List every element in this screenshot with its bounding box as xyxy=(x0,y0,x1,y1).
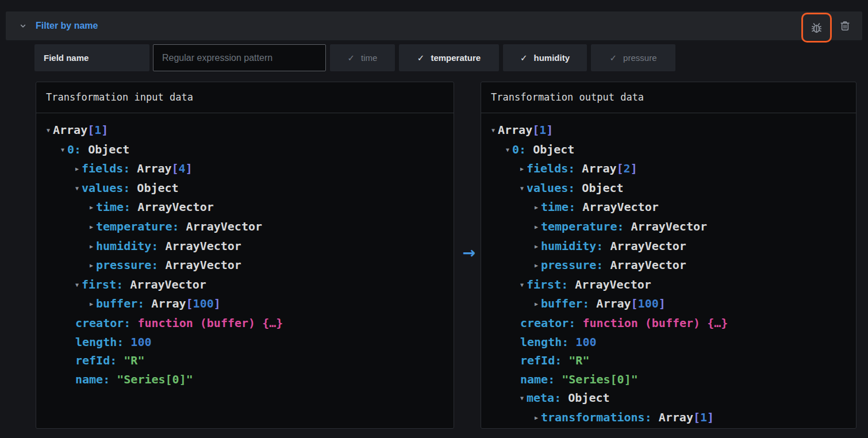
json-token-ctor: ArrayVector xyxy=(631,220,707,233)
json-token-bracket: [ xyxy=(172,162,179,175)
json-token-ctor: Object xyxy=(533,143,574,156)
collapse-toggler-icon[interactable]: ▼ xyxy=(506,141,512,160)
output-panel-title: Transformation output data xyxy=(481,82,856,113)
json-token-ctor: Array xyxy=(659,410,693,424)
collapse-toggler-icon[interactable]: ▼ xyxy=(520,276,527,295)
expand-toggler-icon[interactable]: ▶ xyxy=(535,409,541,428)
json-token-key: 0 xyxy=(67,143,74,156)
tree-row: creator: function (buffer) {…} xyxy=(36,314,454,333)
expand-toggler-icon[interactable]: ▶ xyxy=(90,256,96,275)
json-token-colon: : xyxy=(554,391,568,405)
json-token-colon: : xyxy=(555,354,569,367)
toggle-label: temperature xyxy=(431,53,481,63)
json-token-colon: : xyxy=(519,143,533,156)
tree-row: ▶humidity: ArrayVector xyxy=(481,237,856,256)
debug-bug-button[interactable] xyxy=(810,21,823,34)
tree-row: refId: "R" xyxy=(481,351,856,370)
json-token-num: 100 xyxy=(130,335,151,349)
json-token-num: 100 xyxy=(638,297,659,310)
chevron-down-icon[interactable] xyxy=(15,11,31,40)
collapse-toggler-icon[interactable]: ▼ xyxy=(61,141,67,160)
field-toggle-pressure[interactable]: ✓ pressure xyxy=(591,44,675,71)
json-token-colon: : xyxy=(645,410,659,424)
tree-row: length: 100 xyxy=(36,333,454,352)
transformation-name-title[interactable]: Filter by name xyxy=(36,11,98,40)
json-token-ctor: ArrayVector xyxy=(165,258,241,272)
field-toggle-time[interactable]: ✓ time xyxy=(330,44,395,71)
check-icon: ✓ xyxy=(417,53,425,63)
field-name-label-text: Field name xyxy=(44,53,89,63)
expand-toggler-icon[interactable]: ▶ xyxy=(90,218,96,237)
collapse-toggler-icon[interactable]: ▼ xyxy=(75,276,82,295)
json-token-key: name xyxy=(520,372,548,386)
expand-toggler-icon[interactable]: ▶ xyxy=(90,295,96,314)
json-token-key: name xyxy=(75,372,103,386)
field-toggle-temperature[interactable]: ✓ temperature xyxy=(399,44,499,71)
json-token-colon: : xyxy=(617,220,631,233)
expand-toggler-icon[interactable]: ▶ xyxy=(520,160,527,179)
tree-row: ▶transformations: Array[1] xyxy=(481,408,856,428)
json-token-ctor: Object xyxy=(137,181,178,195)
collapse-toggler-icon[interactable]: ▼ xyxy=(491,121,498,140)
expand-toggler-icon[interactable]: ▶ xyxy=(535,256,541,275)
tree-row: ▶pressure: ArrayVector xyxy=(36,256,454,275)
regex-pattern-input[interactable] xyxy=(153,44,326,71)
json-token-colon: : xyxy=(137,297,151,310)
json-token-key: pressure xyxy=(541,258,596,272)
json-token-colon: : xyxy=(123,162,137,175)
json-token-colon: : xyxy=(582,297,596,310)
json-token-key: temperature xyxy=(96,220,172,233)
filter-by-name-header[interactable]: Filter by name xyxy=(6,11,862,40)
tree-row: ▼Array[1] xyxy=(481,121,856,140)
tree-row: ▼values: Object xyxy=(481,179,856,198)
expand-toggler-icon[interactable]: ▶ xyxy=(535,237,541,256)
toggle-label: pressure xyxy=(623,53,656,63)
json-token-num: 1 xyxy=(94,123,101,137)
output-json-tree: ▼Array[1]▼0: Object▶fields: Array[2]▼val… xyxy=(481,113,856,428)
json-token-fn: function (buffer) {…} xyxy=(137,316,283,330)
trash-icon xyxy=(839,20,851,32)
transform-arrow-icon: → xyxy=(458,241,480,263)
output-data-panel: Transformation output data ▼Array[1]▼0: … xyxy=(481,82,857,429)
json-token-key: refId xyxy=(75,354,110,367)
bug-icon xyxy=(810,21,823,34)
json-token-ctor: ArrayVector xyxy=(137,200,213,214)
delete-transformation-button[interactable] xyxy=(832,11,858,40)
json-token-key: length xyxy=(75,335,117,349)
json-token-num: 4 xyxy=(179,162,186,175)
tree-row: ▶buffer: Array[100] xyxy=(481,294,856,314)
collapse-toggler-icon[interactable]: ▼ xyxy=(520,389,527,408)
json-token-key: creator xyxy=(520,316,569,330)
json-token-colon: : xyxy=(596,239,610,253)
tree-row: ▼0: Object xyxy=(481,140,856,160)
tree-row: ▶pressure: ArrayVector xyxy=(481,256,856,275)
json-token-key: temperature xyxy=(541,220,617,233)
input-panel-title: Transformation input data xyxy=(36,82,454,113)
json-token-colon: : xyxy=(116,278,130,291)
json-token-colon: : xyxy=(110,354,124,367)
expand-toggler-icon[interactable]: ▶ xyxy=(90,198,96,217)
check-icon: ✓ xyxy=(348,53,355,63)
collapse-toggler-icon[interactable]: ▼ xyxy=(520,179,527,198)
collapse-toggler-icon[interactable]: ▼ xyxy=(47,121,53,140)
field-toggle-humidity[interactable]: ✓ humidity xyxy=(503,44,587,71)
field-name-label: Field name xyxy=(34,44,149,71)
json-token-key: fields xyxy=(527,162,568,175)
json-token-str: "R" xyxy=(569,354,589,367)
json-token-ctor: ArrayVector xyxy=(130,278,206,291)
collapse-toggler-icon[interactable]: ▼ xyxy=(75,179,82,198)
tree-row: length: 100 xyxy=(481,333,856,352)
expand-toggler-icon[interactable]: ▶ xyxy=(90,237,96,256)
json-token-bracket: ] xyxy=(659,297,666,310)
json-token-bracket: [ xyxy=(631,297,638,310)
expand-toggler-icon[interactable]: ▶ xyxy=(535,295,541,314)
json-token-colon: : xyxy=(124,200,137,214)
tree-row: ▶temperature: ArrayVector xyxy=(481,217,856,237)
json-token-key: meta xyxy=(527,391,554,405)
expand-toggler-icon[interactable]: ▶ xyxy=(75,160,82,179)
expand-toggler-icon[interactable]: ▶ xyxy=(535,218,541,237)
tree-row: ▶temperature: ArrayVector xyxy=(36,217,454,237)
expand-toggler-icon[interactable]: ▶ xyxy=(535,198,541,217)
json-token-bracket: ] xyxy=(546,123,553,137)
json-token-colon: : xyxy=(548,372,562,386)
